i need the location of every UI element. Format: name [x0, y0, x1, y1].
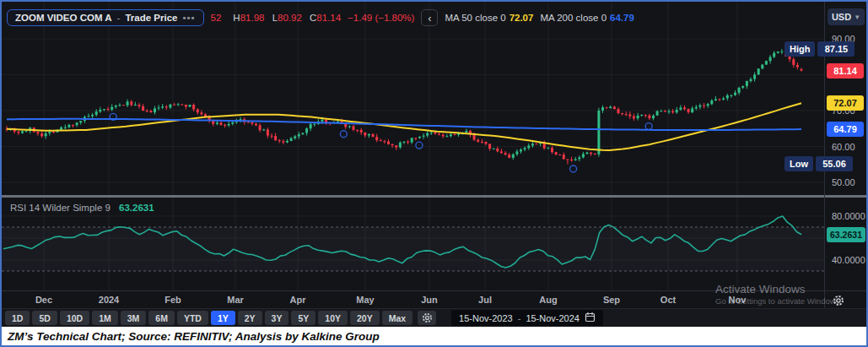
range-button-2y[interactable]: 2Y — [238, 311, 262, 325]
time-axis-settings-gear-icon[interactable] — [832, 294, 845, 307]
collapse-indicators-button[interactable]: ‹ — [421, 9, 438, 26]
time-axis-label-2024: 2024 — [99, 295, 119, 305]
more-options-icon[interactable]: ••• — [182, 13, 195, 23]
open-value-fragment: 52 — [211, 13, 222, 23]
time-axis-label-nov: Nov — [729, 295, 747, 305]
range-button-1d[interactable]: 1D — [5, 311, 30, 325]
currency-selector[interactable]: USD ▼ — [828, 8, 865, 25]
time-axis-label-apr: Apr — [290, 295, 306, 305]
time-axis-label-feb: Feb — [164, 295, 181, 305]
range-button-ytd[interactable]: YTD — [177, 311, 208, 325]
time-axis-label-mar: Mar — [227, 295, 244, 305]
chart-plot-area[interactable] — [2, 2, 824, 290]
rsi-tick-label: 40.0000 — [832, 255, 865, 265]
symbol-name: ZOOM VIDEO COM A — [15, 13, 112, 23]
chart-window: ZOOM VIDEO COM A - Trade Price ••• 52 H8… — [0, 0, 868, 347]
symbol-selector[interactable]: ZOOM VIDEO COM A - Trade Price ••• — [7, 9, 204, 26]
time-axis-label-jul: Jul — [478, 295, 492, 305]
close-value: 81.14 — [316, 13, 341, 23]
rsi-label: RSI 14 Wilder Simple 9 — [10, 203, 111, 213]
last-price-badge: 81.14 — [827, 63, 864, 79]
range-button-10d[interactable]: 10D — [60, 311, 89, 325]
range-button-1y[interactable]: 1Y — [211, 311, 235, 325]
range-button-3m[interactable]: 3M — [121, 311, 147, 325]
time-axis-label-jun: Jun — [421, 295, 438, 305]
chart-legend: ZOOM VIDEO COM A - Trade Price ••• 52 H8… — [7, 8, 634, 28]
currency-label: USD — [832, 12, 851, 22]
symbol-separator: - — [117, 13, 121, 23]
date-range-picker[interactable]: 15-Nov-2023 - 15-Nov-2024 — [451, 310, 603, 326]
time-axis-label-oct: Oct — [660, 295, 676, 305]
range-toolbar: 1D5D10D1M3M6MYTD1Y2Y3Y5Y10Y20YMax 15-Nov… — [2, 308, 866, 327]
time-axis-label-may: May — [356, 295, 374, 305]
low-price-badge: Low55.06 — [784, 156, 853, 171]
range-button-5y[interactable]: 5Y — [291, 311, 315, 325]
rsi-tick-label: 80.0000 — [832, 211, 865, 221]
ma200-legend[interactable]: MA 200 close 064.79 — [540, 13, 633, 23]
date-from: 15-Nov-2023 — [459, 313, 513, 323]
change-readout: −1.49 (−1.80%) — [348, 13, 414, 23]
date-range-separator: - — [518, 313, 521, 323]
time-axis[interactable]: Dec2024FebMarAprMayJunJulAugSepOctNov — [2, 290, 866, 308]
rsi-legend[interactable]: RSI 14 Wilder Simple 9 63.2631 — [10, 203, 154, 213]
trading-chart-app: ZOOM VIDEO COM A - Trade Price ••• 52 H8… — [2, 2, 866, 327]
time-axis-label-dec: Dec — [35, 295, 52, 305]
axis-corner-separator — [824, 291, 825, 309]
range-buttons: 1D5D10D1M3M6MYTD1Y2Y3Y5Y10Y20YMax — [5, 311, 412, 325]
range-button-20y[interactable]: 20Y — [350, 311, 380, 325]
time-axis-label-aug: Aug — [539, 295, 557, 305]
chart-settings-gear-icon[interactable] — [418, 311, 436, 325]
ohlc-readout: H81.98 L80.92 C81.14 — [228, 13, 341, 23]
calendar-icon[interactable] — [585, 312, 596, 324]
ma50-legend[interactable]: MA 50 close 072.07 — [445, 13, 533, 23]
range-button-6m[interactable]: 6M — [148, 311, 175, 325]
rsi-value: 63.2631 — [119, 203, 154, 213]
chart-caption: ZM’s Technical Chart; Source: REFINITIV;… — [2, 327, 866, 345]
price-tick-label: 60.00 — [832, 142, 855, 152]
rsi-value-badge: 63.2631 — [827, 227, 865, 242]
ma200-value: 64.79 — [610, 13, 634, 23]
range-button-10y[interactable]: 10Y — [318, 311, 348, 325]
price-axis[interactable]: USD ▼ High87.15 81.14 72.07 64.79 Low55.… — [824, 2, 866, 290]
series-type-label: Trade Price — [125, 13, 177, 23]
time-axis-label-sep: Sep — [603, 295, 620, 305]
low-value: 80.92 — [278, 13, 302, 23]
high-value: 81.98 — [240, 13, 265, 23]
high-key: H — [233, 13, 240, 23]
pane-divider-handle[interactable] — [2, 195, 866, 198]
ma50-price-badge: 72.07 — [827, 95, 864, 111]
range-button-5d[interactable]: 5D — [32, 311, 57, 325]
range-button-3y[interactable]: 3Y — [265, 311, 289, 325]
range-button-1m[interactable]: 1M — [92, 311, 118, 325]
price-tick-label: 50.00 — [832, 177, 855, 187]
chevron-down-icon: ▼ — [854, 14, 860, 21]
range-button-max[interactable]: Max — [382, 311, 412, 325]
ma200-price-badge: 64.79 — [827, 122, 864, 137]
ma50-value: 72.07 — [509, 13, 534, 23]
date-to: 15-Nov-2024 — [526, 313, 580, 323]
high-price-badge: High87.15 — [784, 41, 855, 57]
